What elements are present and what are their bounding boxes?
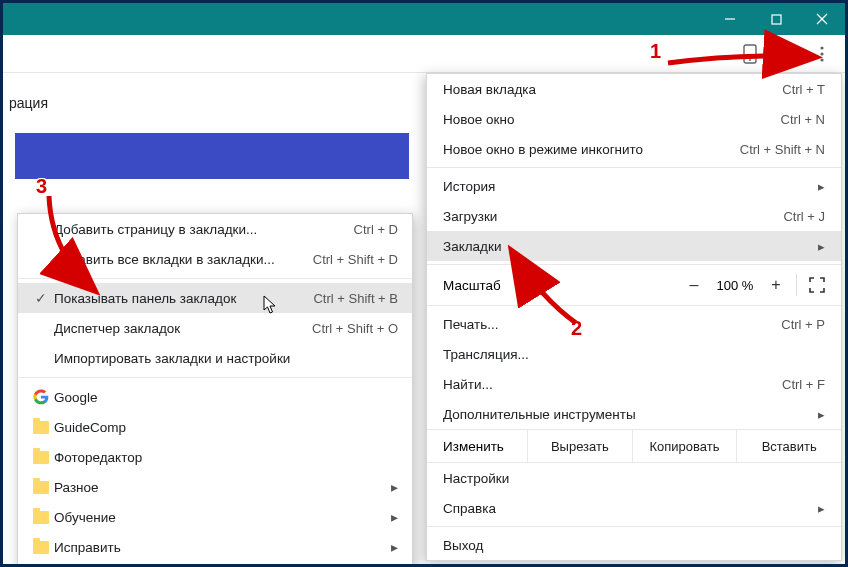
submenu-add-page[interactable]: Добавить страницу в закладки...Ctrl + D xyxy=(18,214,412,244)
menu-separator xyxy=(427,526,841,527)
svg-point-6 xyxy=(820,46,823,49)
device-icon[interactable] xyxy=(733,39,767,69)
menu-incognito[interactable]: Новое окно в режиме инкогнитоCtrl + Shif… xyxy=(427,134,841,164)
svg-point-5 xyxy=(749,59,751,61)
bookmark-folder[interactable]: Регистрация xyxy=(18,562,412,567)
menu-find[interactable]: Найти...Ctrl + F xyxy=(427,369,841,399)
submenu-label: Показывать панель закладок xyxy=(54,291,299,306)
menu-separator xyxy=(427,264,841,265)
menu-history[interactable]: История▸ xyxy=(427,171,841,201)
bookmark-folder[interactable]: GuideComp xyxy=(18,412,412,442)
menu-button[interactable] xyxy=(805,39,839,69)
menu-label: Загрузки xyxy=(443,209,497,224)
submenu-label: Добавить страницу в закладки... xyxy=(54,222,340,237)
zoom-in-button[interactable]: + xyxy=(762,271,790,299)
submenu-label: Добавить все вкладки в закладки... xyxy=(54,252,299,267)
submenu-label: Импортировать закладки и настройки xyxy=(54,351,398,366)
divider xyxy=(796,274,797,296)
browser-window: рация Новая вкладкаCtrl + T Новое окноCt… xyxy=(0,0,848,567)
bookmark-folder[interactable]: Google xyxy=(18,382,412,412)
bookmark-star-icon[interactable] xyxy=(769,39,803,69)
submenu-shortcut: Ctrl + Shift + D xyxy=(299,252,398,267)
zoom-label: Масштаб xyxy=(443,278,680,293)
submenu-separator xyxy=(18,278,412,279)
menu-label: Выход xyxy=(443,538,483,553)
folder-icon xyxy=(28,511,54,524)
bookmark-folder[interactable]: Фоторедактор xyxy=(18,442,412,472)
menu-new-tab[interactable]: Новая вкладкаCtrl + T xyxy=(427,74,841,104)
menu-shortcut: Ctrl + Shift + N xyxy=(740,142,825,157)
menu-edit-row: Изменить Вырезать Копировать Вставить xyxy=(427,429,841,463)
svg-point-7 xyxy=(820,52,823,55)
menu-cast[interactable]: Трансляция... xyxy=(427,339,841,369)
menu-shortcut: Ctrl + P xyxy=(781,317,825,332)
chevron-right-icon: ▸ xyxy=(818,407,825,422)
menu-bookmarks[interactable]: Закладки▸ xyxy=(427,231,841,261)
menu-separator xyxy=(427,167,841,168)
submenu-import[interactable]: Импортировать закладки и настройки xyxy=(18,343,412,373)
copy-button[interactable]: Копировать xyxy=(632,430,737,462)
main-menu: Новая вкладкаCtrl + T Новое окноCtrl + N… xyxy=(426,73,842,561)
menu-label: Печать... xyxy=(443,317,498,332)
bookmarks-submenu: Добавить страницу в закладки...Ctrl + D … xyxy=(17,213,413,567)
minimize-button[interactable] xyxy=(707,3,753,35)
menu-settings[interactable]: Настройки xyxy=(427,463,841,493)
folder-icon xyxy=(28,451,54,464)
menu-separator xyxy=(427,305,841,306)
menu-exit[interactable]: Выход xyxy=(427,530,841,560)
menu-downloads[interactable]: ЗагрузкиCtrl + J xyxy=(427,201,841,231)
chevron-right-icon: ▸ xyxy=(818,179,825,194)
menu-zoom: Масштаб – 100 % + xyxy=(427,268,841,302)
menu-label: История xyxy=(443,179,495,194)
menu-shortcut: Ctrl + N xyxy=(781,112,825,127)
menu-label: Трансляция... xyxy=(443,347,529,362)
close-button[interactable] xyxy=(799,3,845,35)
edit-label: Изменить xyxy=(427,430,527,462)
zoom-value: 100 % xyxy=(710,278,760,293)
cut-button[interactable]: Вырезать xyxy=(527,430,632,462)
bookmark-folder[interactable]: Исправить▸ xyxy=(18,532,412,562)
chevron-right-icon: ▸ xyxy=(818,239,825,254)
zoom-out-button[interactable]: – xyxy=(680,271,708,299)
submenu-label: Диспетчер закладок xyxy=(54,321,298,336)
folder-label: Разное xyxy=(54,480,384,495)
folder-label: GuideComp xyxy=(54,420,398,435)
paste-button[interactable]: Вставить xyxy=(736,430,841,462)
menu-print[interactable]: Печать...Ctrl + P xyxy=(427,309,841,339)
maximize-button[interactable] xyxy=(753,3,799,35)
menu-label: Настройки xyxy=(443,471,509,486)
menu-label: Закладки xyxy=(443,239,501,254)
menu-new-window[interactable]: Новое окноCtrl + N xyxy=(427,104,841,134)
bookmark-folder[interactable]: Разное▸ xyxy=(18,472,412,502)
menu-shortcut: Ctrl + J xyxy=(783,209,825,224)
submenu-manager[interactable]: Диспетчер закладокCtrl + Shift + O xyxy=(18,313,412,343)
submenu-show-bar[interactable]: ✓Показывать панель закладокCtrl + Shift … xyxy=(18,283,412,313)
submenu-add-all[interactable]: Добавить все вкладки в закладки...Ctrl +… xyxy=(18,244,412,274)
folder-icon xyxy=(28,481,54,494)
bookmark-folder[interactable]: Обучение▸ xyxy=(18,502,412,532)
submenu-shortcut: Ctrl + D xyxy=(340,222,398,237)
svg-point-8 xyxy=(820,58,823,61)
submenu-shortcut: Ctrl + Shift + O xyxy=(298,321,398,336)
chevron-right-icon: ▸ xyxy=(384,509,398,525)
folder-label: Фоторедактор xyxy=(54,450,398,465)
check-icon: ✓ xyxy=(28,290,54,306)
menu-label: Новое окно xyxy=(443,112,514,127)
menu-help[interactable]: Справка▸ xyxy=(427,493,841,523)
page-header-band xyxy=(15,133,409,179)
content-area: рация Новая вкладкаCtrl + T Новое окноCt… xyxy=(3,73,845,564)
folder-icon xyxy=(28,541,54,554)
menu-more-tools[interactable]: Дополнительные инструменты▸ xyxy=(427,399,841,429)
menu-shortcut: Ctrl + T xyxy=(782,82,825,97)
menu-label: Новое окно в режиме инкогнито xyxy=(443,142,643,157)
chevron-right-icon: ▸ xyxy=(384,479,398,495)
submenu-shortcut: Ctrl + Shift + B xyxy=(299,291,398,306)
chevron-right-icon: ▸ xyxy=(384,539,398,555)
toolbar xyxy=(3,35,845,73)
menu-label: Дополнительные инструменты xyxy=(443,407,636,422)
fullscreen-button[interactable] xyxy=(803,271,831,299)
menu-shortcut: Ctrl + F xyxy=(782,377,825,392)
folder-label: Обучение xyxy=(54,510,384,525)
page-text: рация xyxy=(9,95,48,111)
folder-icon xyxy=(28,421,54,434)
